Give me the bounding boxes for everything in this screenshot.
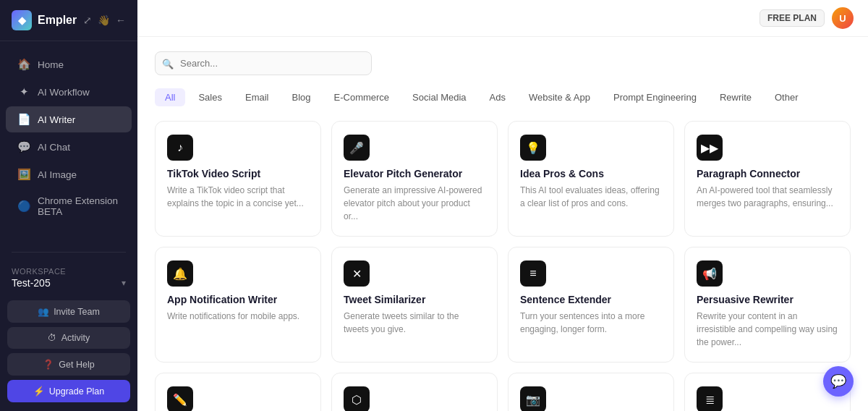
sidebar-item-label: AI Chat: [38, 142, 70, 153]
search-input[interactable]: [155, 51, 372, 75]
nav-divider: [12, 252, 126, 253]
card-desc: Write a TikTok video script that explain…: [167, 184, 309, 210]
card-title: Elevator Pitch Generator: [344, 168, 485, 179]
card-desc: Generate an impressive AI-powered elevat…: [344, 184, 485, 223]
content-area: 🔍 AllSalesEmailBlogE-CommerceSocial Medi…: [137, 37, 868, 411]
sidebar-item-chrome-ext[interactable]: 🔵Chrome Extension BETA: [6, 189, 132, 224]
sidebar-item-label: Home: [38, 59, 64, 70]
card-icon: ▶▶: [697, 135, 723, 161]
card-desc: Turn your sentences into a more engaging…: [520, 310, 662, 336]
activity-icon: ⏱: [48, 333, 57, 343]
search-bar: 🔍: [155, 51, 372, 75]
ai-image-icon: 🖼️: [17, 168, 30, 181]
card-title: Persuasive Rewriter: [697, 294, 838, 305]
card-desc: An AI-powered tool that seamlessly merge…: [697, 184, 838, 210]
filter-tabs: AllSalesEmailBlogE-CommerceSocial MediaA…: [155, 88, 851, 106]
filter-tab-other[interactable]: Other: [765, 88, 809, 106]
sidebar: ◆ Empler ⤢ 👋 ← 🏠Home✦AI Workflow📄AI Writ…: [0, 0, 137, 411]
help-icon: ❓: [43, 359, 54, 370]
card-elevator-pitch[interactable]: 🎤 Elevator Pitch Generator Generate an i…: [331, 121, 498, 237]
upgrade-button[interactable]: ⚡ Upgrade Plan: [7, 380, 130, 402]
chat-bubble[interactable]: 💬: [823, 366, 854, 397]
back-icon[interactable]: ←: [116, 14, 126, 26]
card-sentence-extender[interactable]: ≡ Sentence Extender Turn your sentences …: [508, 247, 674, 363]
sidebar-item-ai-image[interactable]: 🖼️AI Image: [6, 161, 132, 187]
card-persuasive-rewriter[interactable]: 📢 Persuasive Rewriter Rewrite your conte…: [684, 247, 851, 363]
filter-tab-email[interactable]: Email: [235, 88, 279, 106]
sidebar-item-ai-workflow[interactable]: ✦AI Workflow: [6, 79, 132, 105]
sidebar-header: ◆ Empler ⤢ 👋 ←: [0, 0, 137, 41]
workspace-section: Workspace Test-205 ▾: [0, 258, 137, 295]
card-icon: 📢: [697, 260, 723, 287]
card-desc: Generate tweets similar to the tweets yo…: [344, 310, 485, 336]
card-title: Paragraph Connector: [697, 168, 838, 179]
ai-writer-icon: 📄: [17, 113, 30, 126]
filter-tab-all[interactable]: All: [155, 88, 185, 106]
card-title: Sentence Extender: [520, 294, 662, 305]
card-title: Tweet Similarizer: [344, 294, 485, 305]
avatar: U: [832, 7, 854, 29]
card-icon: ♪: [167, 135, 193, 161]
sidebar-item-label: AI Image: [38, 169, 77, 180]
sidebar-nav: 🏠Home✦AI Workflow📄AI Writer💬AI Chat🖼️AI …: [0, 41, 137, 246]
header-actions: ⤢ 👋 ←: [83, 14, 126, 26]
filter-tab-ecommerce[interactable]: E-Commerce: [324, 88, 400, 106]
help-button[interactable]: ❓ Get Help: [7, 353, 130, 376]
chevron-down-icon[interactable]: ▾: [122, 278, 126, 288]
sidebar-item-label: AI Workflow: [38, 87, 90, 98]
logo-icon: ◆: [12, 10, 32, 30]
upgrade-icon: ⚡: [33, 386, 45, 397]
card-icon: 🎤: [344, 135, 370, 161]
sidebar-item-label: AI Writer: [38, 114, 75, 125]
activity-button[interactable]: ⏱ Activity: [7, 327, 130, 349]
sidebar-item-ai-chat[interactable]: 💬AI Chat: [6, 134, 132, 160]
card-tweet-similarizer[interactable]: ✕ Tweet Similarizer Generate tweets simi…: [331, 247, 498, 363]
emoji-icon[interactable]: 👋: [98, 14, 110, 26]
invite-team-button[interactable]: 👥 Invite Team: [7, 300, 130, 323]
filter-tab-blog[interactable]: Blog: [282, 88, 321, 106]
ai-workflow-icon: ✦: [17, 85, 30, 98]
ai-chat-icon: 💬: [17, 140, 30, 153]
card-title: Idea Pros & Cons: [520, 168, 662, 179]
card-icon: ≣: [697, 386, 723, 411]
card-icon: ⬡: [344, 386, 370, 411]
filter-tab-sales[interactable]: Sales: [188, 88, 232, 106]
card-icon: ≡: [520, 260, 546, 287]
workspace-label: Workspace: [12, 267, 126, 276]
card-paragraph-rewriter[interactable]: ✏️ Paragraph Rewriter Rewrite your parag…: [155, 373, 321, 411]
card-tiktok-video-script[interactable]: ♪ TikTok Video Script Write a TikTok vid…: [155, 121, 321, 237]
sidebar-item-home[interactable]: 🏠Home: [6, 51, 132, 77]
topbar: FREE PLAN U: [137, 0, 868, 37]
sidebar-item-ai-writer[interactable]: 📄AI Writer: [6, 106, 132, 132]
filter-tab-rewrite[interactable]: Rewrite: [710, 88, 762, 106]
chrome-ext-icon: 🔵: [17, 200, 30, 213]
workspace-name: Test-205 ▾: [12, 277, 126, 289]
cards-grid: ♪ TikTok Video Script Write a TikTok vid…: [155, 121, 851, 411]
card-title: App Notification Writer: [167, 294, 309, 305]
card-title: TikTok Video Script: [167, 168, 309, 179]
filter-tab-website-app[interactable]: Website & App: [519, 88, 600, 106]
card-desc: Write notifications for mobile apps.: [167, 310, 309, 323]
card-instagram-post[interactable]: 📷 Instagram Post Create interactive post…: [508, 373, 674, 411]
sidebar-actions: 👥 Invite Team ⏱ Activity ❓ Get Help ⚡ Up…: [0, 295, 137, 411]
plan-badge: FREE PLAN: [760, 9, 825, 27]
sidebar-item-label: Chrome Extension BETA: [38, 195, 120, 217]
card-icon: ✕: [344, 260, 370, 287]
card-icon: ✏️: [167, 386, 193, 411]
filter-tab-social-media[interactable]: Social Media: [402, 88, 476, 106]
card-desc: Rewrite your content in an irresistible …: [697, 310, 838, 349]
card-icon: 💡: [520, 135, 546, 161]
expand-icon[interactable]: ⤢: [83, 14, 92, 26]
filter-tab-ads[interactable]: Ads: [480, 88, 516, 106]
search-icon: 🔍: [162, 58, 174, 69]
filter-tab-prompt-eng[interactable]: Prompt Engineering: [603, 88, 707, 106]
card-paragraph-connector[interactable]: ▶▶ Paragraph Connector An AI-powered too…: [684, 121, 851, 237]
main-content: FREE PLAN U 🔍 AllSalesEmailBlogE-Commerc…: [137, 0, 868, 411]
card-icon: 🔔: [167, 260, 193, 287]
home-icon: 🏠: [17, 58, 30, 71]
card-abstract-analyzer[interactable]: ⬡ Abstract Analyzer Analyze your abstrac…: [331, 373, 498, 411]
logo-text: Empler: [38, 14, 77, 27]
card-icon: 📷: [520, 386, 546, 411]
card-idea-pros-cons[interactable]: 💡 Idea Pros & Cons This AI tool evaluate…: [508, 121, 674, 237]
card-app-notification[interactable]: 🔔 App Notification Writer Write notifica…: [155, 247, 321, 363]
